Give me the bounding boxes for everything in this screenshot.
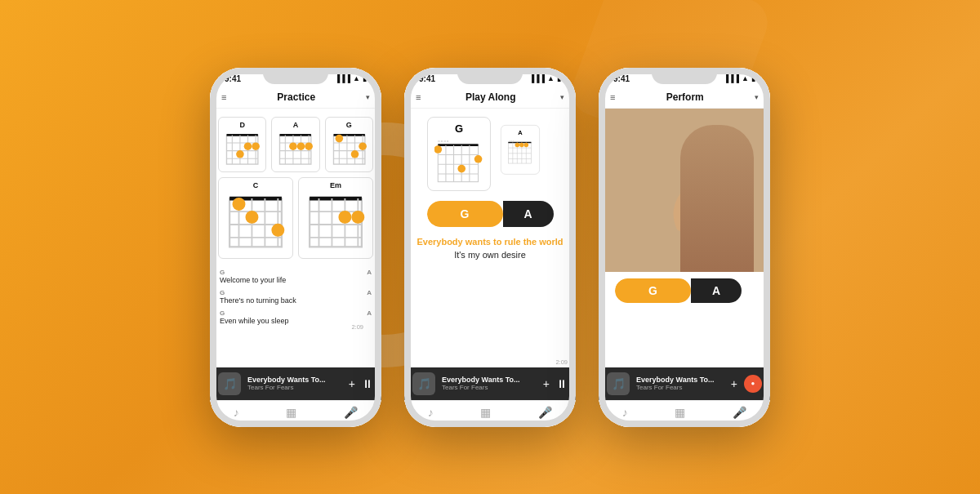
svg-point-47 [271,224,284,237]
notch-2 [457,68,523,84]
chord-em[interactable]: Em [298,177,373,258]
chord-g-large-svg: o o o o [434,138,483,185]
chord-a[interactable]: A [271,117,319,173]
chord-a-diagram [275,131,315,169]
pause-button-2[interactable]: ⏸ [556,377,568,390]
filter-icon-2[interactable]: ≡ [416,92,421,102]
chord-switcher-2[interactable]: G A [427,201,554,227]
svg-point-93 [684,208,717,254]
chord-g-large-label: G [455,122,463,135]
chord-grid-top: D [210,109,381,178]
nav-grid-3[interactable]: ▦ [675,406,685,419]
bottom-nav-1: ♪ ▦ 🎤 [210,400,381,427]
top-bar-practice: ≡ Practice ▾ [210,87,381,109]
nav-mic-3[interactable]: 🎤 [733,406,746,419]
svg-rect-60 [438,145,478,181]
mode-title-3[interactable]: Perform [666,91,704,103]
svg-point-21 [289,142,297,150]
add-button-3[interactable]: + [731,377,737,390]
svg-point-23 [305,142,314,150]
chord-d[interactable]: D [218,117,266,173]
time-2: 2:09 [404,357,576,367]
chord-g-diagram [329,131,369,169]
svg-point-9 [244,142,252,150]
player-actions-3: + ● [731,375,762,393]
player-title-1: Everybody Wants To... [247,376,342,384]
svg-rect-0 [226,135,257,164]
chord-c[interactable]: C [218,177,293,258]
player-info-3: Everybody Wants To... Tears For Fears [636,376,724,391]
phone-play-along: 9:41 ▐▐▐ ▲ ▮ ≡ Play Along ▾ G [404,68,576,427]
wifi-icon: ▲ [353,74,360,82]
player-thumb-2: 🎵 [412,372,435,395]
nav-music-1[interactable]: ♪ [234,406,239,419]
player-artist-1: Tears For Fears [247,384,342,391]
chord-g-large[interactable]: G o o o o [427,117,491,191]
status-time-3: 9:41 [613,74,630,83]
add-button-2[interactable]: + [543,377,550,390]
add-button-1[interactable]: + [349,377,355,390]
chord-a-label: A [293,121,299,129]
svg-point-11 [236,149,244,158]
active-chord-3[interactable]: G [615,278,691,303]
player-thumb-3: 🎵 [607,372,630,395]
lyric-chord-2: GA [220,289,372,296]
lyric-text-1: Welcome to your life [220,276,372,284]
svg-text:o o o o: o o o o [438,139,449,143]
next-chord-2[interactable]: A [503,201,554,227]
svg-point-57 [338,211,351,224]
nav-grid-1[interactable]: ▦ [286,406,296,419]
lyric-line-2: GA There's no turning back [220,289,372,305]
notch-3 [652,68,717,84]
chord-g[interactable]: G [325,117,373,173]
lyrics-section-1: GA Welcome to your life GA There's no tu… [210,264,381,367]
svg-rect-85 [599,109,770,272]
record-button[interactable]: ● [744,375,762,393]
svg-point-10 [252,142,260,150]
wifi-icon-3: ▲ [742,74,749,82]
nav-music-3[interactable]: ♪ [622,406,628,419]
svg-point-35 [359,142,367,150]
active-chord-2[interactable]: G [427,201,503,227]
nav-grid-2[interactable]: ▦ [480,406,491,419]
signal-icon-3: ▐▐▐ [724,74,739,82]
next-chord-3[interactable]: A [691,278,742,303]
svg-point-22 [297,142,305,150]
chevron-icon-2[interactable]: ▾ [560,93,564,101]
svg-point-94 [689,200,712,229]
pause-button-1[interactable]: ⏸ [362,377,373,390]
chevron-icon-3[interactable]: ▾ [755,93,759,101]
chord-em-label: Em [330,181,341,189]
top-bar-perform: ≡ Perform ▾ [599,87,770,109]
perform-screen: G A [599,109,770,367]
play-along-content: G o o o o [404,109,576,358]
svg-point-33 [335,134,343,142]
chord-switcher-3[interactable]: G A [615,278,742,303]
practice-screen: D [210,109,381,367]
signal-icon: ▐▐▐ [335,74,350,82]
svg-rect-48 [310,198,362,247]
battery-icon: ▮ [363,74,367,82]
status-icons-1: ▐▐▐ ▲ ▮ [335,74,367,82]
status-time-2: 9:41 [419,74,435,83]
player-artist-2: Tears For Fears [442,384,537,391]
nav-music-2[interactable]: ♪ [428,406,434,419]
chevron-icon-1[interactable]: ▾ [366,93,370,101]
chord-g-label: G [346,121,352,129]
chord-grid-bottom: C [210,177,381,263]
nav-mic-2[interactable]: 🎤 [538,406,552,419]
filter-icon-3[interactable]: ≡ [610,92,615,102]
svg-point-69 [434,145,442,154]
chord-a-next[interactable]: A · o o o [501,125,540,175]
lyric-line-3: GA Even while you sleep 2:09 [220,309,372,331]
nav-mic-1[interactable]: 🎤 [344,406,358,419]
chord-a-next-svg: · o o o [506,138,535,165]
svg-point-96 [696,225,706,234]
svg-rect-97 [690,235,739,272]
mode-title-2[interactable]: Play Along [466,91,516,103]
current-lyric-2: Everybody wants to rule the world [416,237,563,247]
top-bar-play-along: ≡ Play Along ▾ [404,87,576,109]
svg-point-34 [350,149,359,158]
mode-title-1[interactable]: Practice [277,91,315,103]
filter-icon-1[interactable]: ≡ [221,92,226,102]
